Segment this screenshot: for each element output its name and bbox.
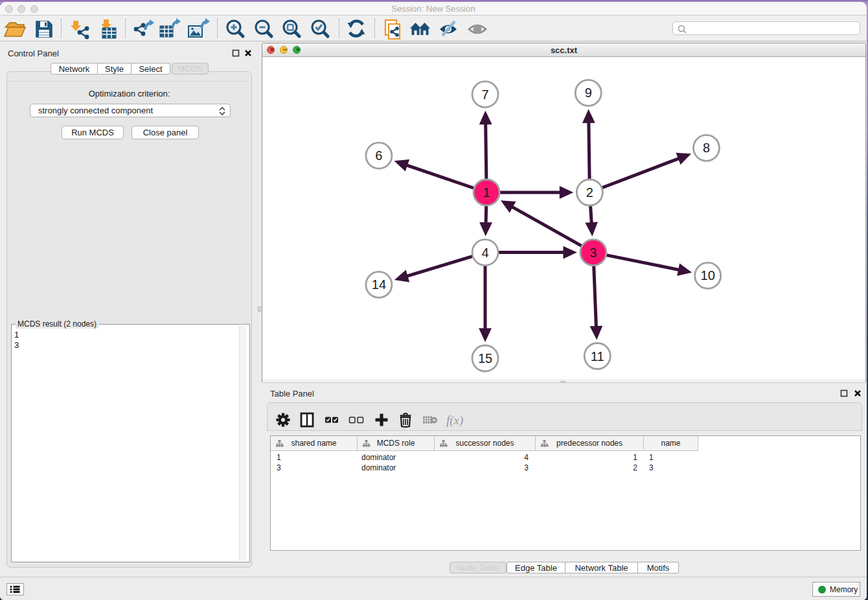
- svg-text:1: 1: [483, 185, 490, 200]
- svg-text:8: 8: [703, 141, 710, 155]
- svg-text:f(x): f(x): [446, 413, 463, 428]
- svg-text:10: 10: [701, 268, 715, 283]
- svg-text:9: 9: [585, 86, 592, 100]
- svg-text:2: 2: [586, 185, 593, 200]
- svg-text:3: 3: [589, 246, 597, 260]
- svg-text:15: 15: [478, 351, 492, 365]
- svg-text:6: 6: [375, 148, 382, 163]
- svg-text:4: 4: [481, 246, 488, 260]
- svg-text:7: 7: [481, 87, 488, 102]
- svg-text:14: 14: [372, 277, 386, 292]
- svg-text:11: 11: [591, 349, 604, 363]
